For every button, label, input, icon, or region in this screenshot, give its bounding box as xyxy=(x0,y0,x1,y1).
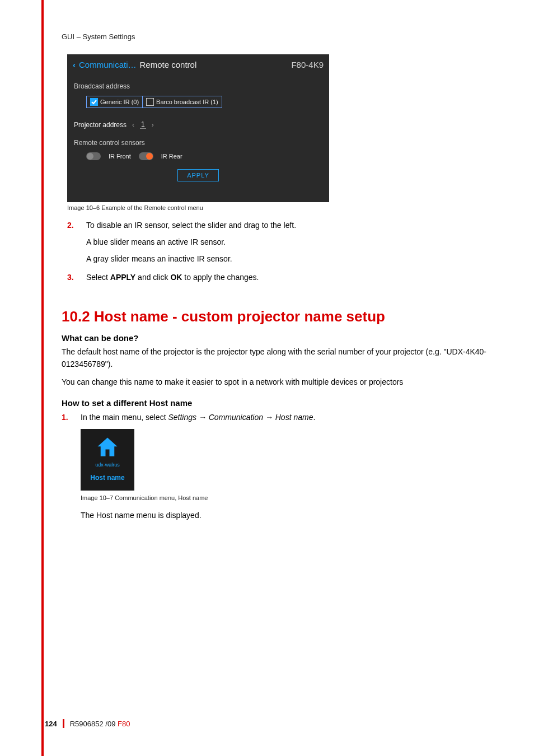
ir-front-toggle[interactable] xyxy=(86,152,101,160)
text: Select xyxy=(86,273,110,282)
rc-body: Broadcast address Generic IR (0) Barco b… xyxy=(67,74,329,181)
rc-header: ‹ Communicati… Remote control F80-4K9 xyxy=(67,54,329,74)
projector-address-stepper: ‹ 1 › xyxy=(132,120,154,129)
menu-path: Settings → Communication → Host name xyxy=(168,413,313,422)
generic-ir-label: Generic IR (0) xyxy=(100,99,139,105)
rc-title: Remote control xyxy=(140,60,197,69)
footer-doc-id: R5906852 /09 F80 xyxy=(70,720,130,728)
step-body: To disable an IR sensor, select the slid… xyxy=(86,219,489,269)
broadcast-check-row: Generic IR (0) Barco broadcast IR (1) xyxy=(86,96,322,108)
generic-ir-option[interactable]: Generic IR (0) xyxy=(86,96,143,108)
how-to-heading: How to set a different Host name xyxy=(62,398,489,408)
remote-control-screenshot: ‹ Communicati… Remote control F80-4K9 Br… xyxy=(67,54,329,202)
step-2-line-3: A gray slider means an inactive IR senso… xyxy=(86,253,489,266)
text: R5906852 /09 xyxy=(70,720,116,728)
step-number: 3. xyxy=(67,271,77,288)
checkbox-checked-icon xyxy=(90,98,98,106)
broadcast-label: Broadcast address xyxy=(74,82,322,90)
step-body: In the main menu, select Settings → Comm… xyxy=(81,411,489,525)
step-body: Select APPLY and click OK to apply the c… xyxy=(86,271,489,288)
step-2-line-2: A blue slider means an active IR sensor. xyxy=(86,236,489,249)
ir-rear-label: IR Rear xyxy=(161,153,182,160)
text: . xyxy=(313,413,315,422)
chevron-left-icon[interactable]: ‹ xyxy=(132,121,134,129)
rc-back-label[interactable]: Communicati… xyxy=(79,60,137,69)
what-p1: The default host name of the projector i… xyxy=(62,346,489,370)
content-block: ‹ Communicati… Remote control F80-4K9 Br… xyxy=(67,54,489,288)
checkbox-unchecked-icon xyxy=(146,98,154,106)
chevron-right-icon[interactable]: › xyxy=(152,121,154,129)
step-2-line-1: To disable an IR sensor, select the slid… xyxy=(86,219,489,232)
section-heading: 10.2 Host name - custom projector name s… xyxy=(62,308,489,325)
text-bold: OK xyxy=(170,273,182,282)
what-p2: You can change this name to make it easi… xyxy=(62,376,489,389)
host-tile-sub: udx-walrus xyxy=(95,461,120,469)
sensors-label: Remote control sensors xyxy=(74,139,322,147)
projector-address-label: Projector address xyxy=(74,121,127,129)
ir-rear-toggle[interactable] xyxy=(139,152,153,160)
apply-button[interactable]: APPLY xyxy=(177,169,219,181)
projector-address-row: Projector address ‹ 1 › xyxy=(74,120,322,129)
barco-ir-option[interactable]: Barco broadcast IR (1) xyxy=(143,96,222,108)
step-list-a: 2. To disable an IR sensor, select the s… xyxy=(67,219,489,288)
what-can-be-done-heading: What can be done? xyxy=(62,333,489,343)
step-2: 2. To disable an IR sensor, select the s… xyxy=(67,219,489,269)
projector-address-value[interactable]: 1 xyxy=(140,120,146,129)
chevron-left-icon[interactable]: ‹ xyxy=(73,60,76,69)
host-name-tile[interactable]: udx-walrus Host name xyxy=(81,429,134,491)
step-number: 2. xyxy=(67,219,77,269)
step-1-after: The Host name menu is displayed. xyxy=(81,509,489,522)
step-1: 1. In the main menu, select Settings → C… xyxy=(62,411,489,525)
breadcrumb: GUI – System Settings xyxy=(62,32,489,41)
house-icon xyxy=(96,436,119,459)
text-bold: APPLY xyxy=(110,273,135,282)
rc-model: F80-4K9 xyxy=(291,60,324,69)
page-number: 124 xyxy=(45,720,57,728)
page-footer: 124 R5906852 /09 F80 xyxy=(45,719,130,728)
text: and click xyxy=(135,273,170,282)
image-caption-10-6: Image 10–6 Example of the Remote control… xyxy=(67,204,489,211)
ir-front-label: IR Front xyxy=(109,153,131,160)
step-3: 3. Select APPLY and click OK to apply th… xyxy=(67,271,489,288)
footer-model: F80 xyxy=(118,720,130,728)
step-list-b: 1. In the main menu, select Settings → C… xyxy=(62,411,489,525)
text: to apply the changes. xyxy=(182,273,259,282)
step-1-line: In the main menu, select Settings → Comm… xyxy=(81,411,489,424)
barco-ir-label: Barco broadcast IR (1) xyxy=(156,99,218,105)
step-number: 1. xyxy=(62,411,72,525)
sensors-toggle-row: IR Front IR Rear xyxy=(86,152,322,160)
page: GUI – System Settings ‹ Communicati… Rem… xyxy=(0,0,534,756)
host-tile-main: Host name xyxy=(90,472,124,483)
image-caption-10-7: Image 10–7 Communication menu, Host name xyxy=(81,493,489,503)
text: In the main menu, select xyxy=(81,413,168,422)
step-3-line: Select APPLY and click OK to apply the c… xyxy=(86,271,489,284)
footer-divider xyxy=(63,719,64,728)
